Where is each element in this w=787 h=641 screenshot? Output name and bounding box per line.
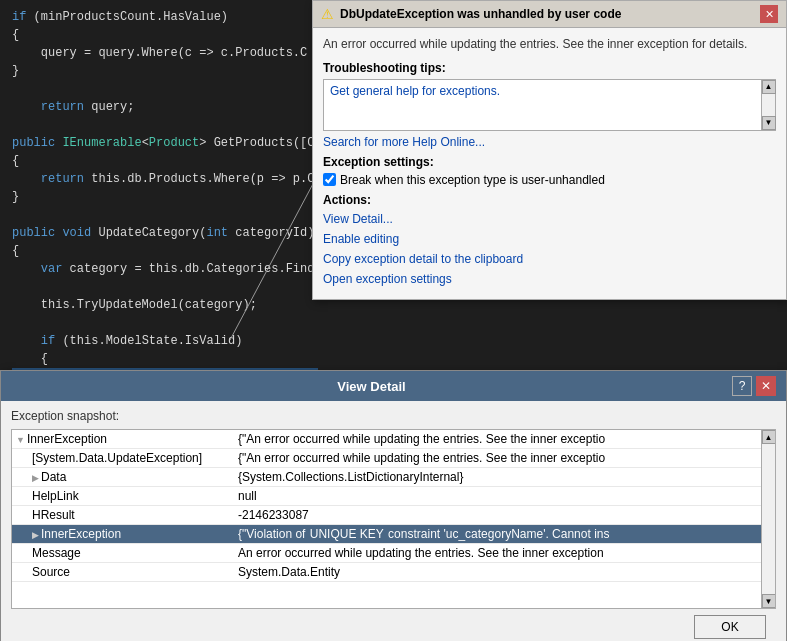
exception-dialog: ⚠ DbUpdateException was unhandled by use… [312,0,787,300]
actions-header: Actions: [323,193,776,207]
table-cell-name: Source [12,563,232,582]
code-line: { [12,242,318,260]
search-more-link[interactable]: Search for more Help Online... [323,135,776,149]
code-line: public void UpdateCategory(int categoryI… [12,224,318,242]
ok-button[interactable]: OK [694,615,766,639]
code-line: query = query.Where(c => c.Products.C [12,44,318,62]
scrollbar-track [762,444,775,594]
code-line: { [12,152,318,170]
table-cell-value: -2146233087 [232,506,775,525]
scroll-up-arrow[interactable]: ▲ [762,80,776,94]
table-cell-name: [System.Data.UpdateException] [12,449,232,468]
code-line: return query; [12,98,318,116]
break-on-exception-checkbox[interactable] [323,173,336,186]
view-detail-footer: OK [11,609,776,641]
code-line: return this.db.Products.Where(p => p.Cat… [12,170,318,188]
exception-table-container: ▼InnerException {"An error occurred whil… [11,429,776,609]
code-line: if (this.ModelState.IsValid) [12,332,318,350]
table-cell-value: {"An error occurred while updating the e… [232,449,775,468]
table-row[interactable]: ▶Data {System.Collections.ListDictionary… [12,468,775,487]
scroll-down-arrow[interactable]: ▼ [762,116,776,130]
view-detail-link[interactable]: View Detail... [323,211,776,227]
table-cell-name: Message [12,544,232,563]
table-row[interactable]: ▼InnerException {"An error occurred whil… [12,430,775,449]
snapshot-label: Exception snapshot: [11,409,776,423]
code-line: var category = this.db.Categories.Find(c… [12,260,318,278]
expand-arrow-icon: ▶ [32,530,39,540]
scroll-up-arrow[interactable]: ▲ [762,430,776,444]
exception-dialog-title: DbUpdateException was unhandled by user … [340,7,754,21]
code-editor: if (minProductsCount.HasValue) { query =… [0,0,330,370]
view-detail-help-button[interactable]: ? [732,376,752,396]
table-row[interactable]: Message An error occurred while updating… [12,544,775,563]
view-detail-body: Exception snapshot: ▼InnerException {"An… [1,401,786,641]
table-row[interactable]: [System.Data.UpdateException] {"An error… [12,449,775,468]
code-line [12,116,318,134]
table-row[interactable]: HResult -2146233087 [12,506,775,525]
get-help-link[interactable]: Get general help for exceptions. [330,84,500,98]
table-cell-name: HelpLink [12,487,232,506]
exception-dialog-titlebar: ⚠ DbUpdateException was unhandled by use… [313,1,786,28]
table-cell-value: null [232,487,775,506]
code-line: } [12,188,318,206]
troubleshooting-tips-box: Get general help for exceptions. ▲ ▼ [323,79,776,131]
exception-description: An error occurred while updating the ent… [323,36,776,53]
table-cell-value: {System.Collections.ListDictionaryIntern… [232,468,775,487]
code-line: { [12,350,318,368]
table-row[interactable]: HelpLink null [12,487,775,506]
scrollbar-track [762,94,775,116]
open-exception-settings-link[interactable]: Open exception settings [323,271,776,287]
table-cell-name: ▼InnerException [12,430,232,449]
tips-scrollbar: ▲ ▼ [761,80,775,130]
scroll-down-arrow[interactable]: ▼ [762,594,776,608]
code-line: } [12,62,318,80]
table-cell-value: System.Data.Entity [232,563,775,582]
table-cell-value: An error occurred while updating the ent… [232,544,775,563]
highlight-text: UNIQUE KEY [309,527,385,541]
view-detail-titlebar: View Detail ? ✕ [1,371,786,401]
code-line: { [12,26,318,44]
view-detail-title: View Detail [11,379,732,394]
view-detail-close-button[interactable]: ✕ [756,376,776,396]
detail-table-scrollbar: ▲ ▼ [761,430,775,608]
warning-icon: ⚠ [321,6,334,22]
copy-exception-link[interactable]: Copy exception detail to the clipboard [323,251,776,267]
code-line: public IEnumerable<Product> GetProducts(… [12,134,318,152]
exception-dialog-close-button[interactable]: ✕ [760,5,778,23]
table-cell-name: ▶Data [12,468,232,487]
code-line: if (minProductsCount.HasValue) [12,8,318,26]
table-cell-value: {"An error occurred while updating the e… [232,430,775,449]
code-line [12,314,318,332]
exception-dialog-body: An error occurred while updating the ent… [313,28,786,299]
exception-settings-header: Exception settings: [323,155,776,169]
expand-arrow-icon: ▶ [32,473,39,483]
enable-editing-link[interactable]: Enable editing [323,231,776,247]
troubleshooting-header: Troubleshooting tips: [323,61,776,75]
actions-section: Actions: View Detail... Enable editing C… [323,193,776,287]
table-cell-name: ▶InnerException [12,525,232,544]
table-cell-name: HResult [12,506,232,525]
expand-arrow-icon: ▼ [16,435,25,445]
code-line [12,206,318,224]
table-cell-value: {"Violation of UNIQUE KEY constraint 'uc… [232,525,775,544]
code-line: this.TryUpdateModel(category); [12,296,318,314]
break-on-exception-label: Break when this exception type is user-u… [340,173,605,187]
table-row[interactable]: Source System.Data.Entity [12,563,775,582]
table-row-selected[interactable]: ▶InnerException {"Violation of UNIQUE KE… [12,525,775,544]
code-line [12,278,318,296]
exception-table: ▼InnerException {"An error occurred whil… [12,430,775,582]
code-line [12,80,318,98]
view-detail-title-buttons: ? ✕ [732,376,776,396]
view-detail-dialog: View Detail ? ✕ Exception snapshot: ▼Inn… [0,370,787,641]
exception-settings-row: Break when this exception type is user-u… [323,173,776,187]
